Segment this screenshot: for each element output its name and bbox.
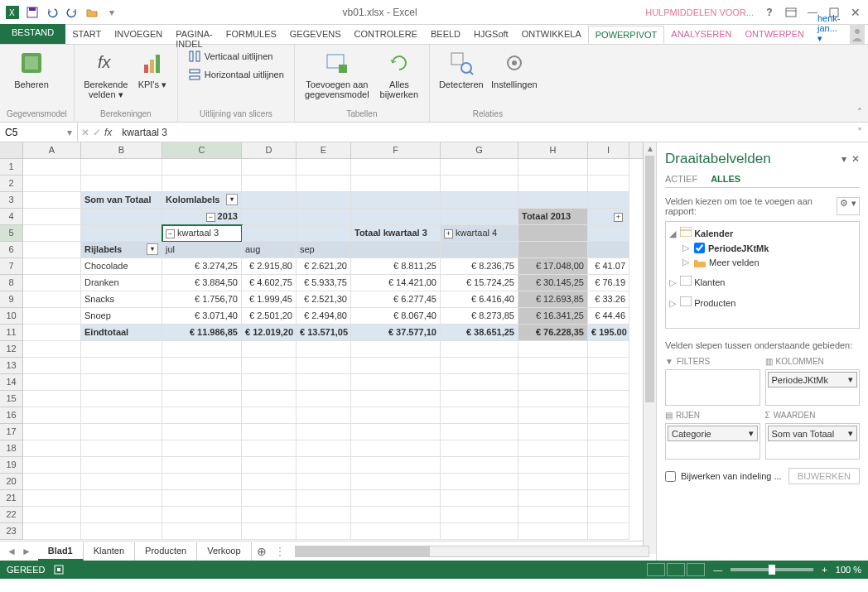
cell[interactable]: [297, 407, 351, 424]
cell[interactable]: [162, 507, 242, 523]
cell[interactable]: Dranken: [81, 275, 162, 291]
redo-icon[interactable]: [63, 3, 81, 22]
user-avatar-icon[interactable]: [850, 24, 865, 44]
cell[interactable]: [518, 457, 588, 474]
cell[interactable]: [297, 374, 351, 391]
name-box[interactable]: ▾: [0, 123, 78, 142]
help-icon[interactable]: ?: [760, 3, 779, 22]
normal-view-icon[interactable]: [647, 563, 665, 576]
cell[interactable]: [351, 242, 441, 258]
cell[interactable]: aug: [242, 242, 297, 258]
column-header-A[interactable]: A: [23, 142, 81, 158]
cell[interactable]: [297, 391, 351, 407]
cell[interactable]: [162, 407, 242, 424]
cell[interactable]: [242, 457, 297, 474]
cell[interactable]: [351, 341, 441, 358]
cell[interactable]: Totaal 2013: [518, 209, 588, 225]
taskpane-layout-gear-icon[interactable]: ⚙ ▾: [837, 197, 860, 215]
row-header[interactable]: 1: [0, 159, 23, 176]
row-header[interactable]: 8: [0, 275, 23, 291]
row-header[interactable]: 3: [0, 192, 23, 209]
sheet-tab-verkoop[interactable]: Verkoop: [197, 542, 251, 561]
cell[interactable]: [441, 474, 518, 490]
field-periode-checkbox[interactable]: [694, 243, 705, 253]
cell[interactable]: [162, 391, 242, 407]
tab-beeld[interactable]: BEELD: [424, 26, 467, 44]
cell[interactable]: [441, 176, 518, 192]
cell[interactable]: [23, 424, 81, 440]
cell[interactable]: [518, 242, 588, 258]
horizontaal-uitlijnen-button[interactable]: Horizontaal uitlijnen: [185, 66, 287, 83]
cell[interactable]: [518, 391, 588, 407]
cell[interactable]: € 1.999,45: [242, 291, 297, 308]
cell[interactable]: [441, 192, 518, 209]
row-header[interactable]: 6: [0, 242, 23, 258]
cell[interactable]: [23, 325, 81, 341]
cell[interactable]: [297, 474, 351, 490]
cell[interactable]: € 37.577,10: [351, 325, 441, 341]
cell[interactable]: [23, 275, 81, 291]
beheren-button[interactable]: Beheren: [7, 48, 56, 89]
add-sheet-button[interactable]: ⊕: [252, 545, 272, 558]
row-header[interactable]: 19: [0, 457, 23, 474]
cell[interactable]: [588, 242, 629, 258]
cell[interactable]: [242, 374, 297, 391]
cell[interactable]: [441, 507, 518, 523]
cell[interactable]: [242, 176, 297, 192]
cell[interactable]: [81, 225, 162, 242]
sheet-tab-klanten[interactable]: Klanten: [84, 542, 135, 561]
area-rijen-box[interactable]: Categorie▾: [665, 423, 760, 460]
cell[interactable]: [588, 358, 629, 374]
row-header[interactable]: 20: [0, 474, 23, 490]
cell[interactable]: € 2.915,80: [242, 258, 297, 275]
cell[interactable]: [162, 358, 242, 374]
cell[interactable]: [588, 523, 629, 540]
cell[interactable]: € 41.07: [588, 258, 629, 275]
field-list[interactable]: ◢ Kalender ▷ PeriodeJKtMk ▷ Meer velden …: [665, 221, 860, 329]
cell[interactable]: [441, 440, 518, 457]
cell[interactable]: [81, 209, 162, 225]
cell[interactable]: [81, 341, 162, 358]
selected-cell[interactable]: −kwartaal 3: [162, 225, 242, 242]
cell[interactable]: [242, 341, 297, 358]
cell[interactable]: [588, 225, 629, 242]
tab-powerpivot[interactable]: POWERPIVOT: [588, 26, 665, 44]
cell[interactable]: [518, 474, 588, 490]
rijen-item-categorie[interactable]: Categorie▾: [668, 426, 758, 441]
zoom-level[interactable]: 100 %: [836, 565, 861, 575]
cell[interactable]: [588, 391, 629, 407]
cell[interactable]: [242, 225, 297, 242]
cell[interactable]: € 76.19: [588, 275, 629, 291]
taskpane-dropdown-icon[interactable]: ▾: [841, 153, 846, 165]
expand-klanten-icon[interactable]: ▷: [669, 277, 678, 288]
cell[interactable]: [588, 374, 629, 391]
cell[interactable]: [23, 291, 81, 308]
alles-bijwerken-button[interactable]: Alles bijwerken: [376, 48, 422, 99]
cell[interactable]: [23, 176, 81, 192]
horizontal-scrollbar[interactable]: [295, 546, 649, 557]
cell[interactable]: [242, 159, 297, 176]
cell[interactable]: € 76.228,35: [518, 325, 588, 341]
row-header[interactable]: 9: [0, 291, 23, 308]
cell[interactable]: [297, 159, 351, 176]
row-header[interactable]: 16: [0, 407, 23, 424]
cell[interactable]: [351, 440, 441, 457]
cell[interactable]: [441, 407, 518, 424]
cell[interactable]: [351, 424, 441, 440]
cell[interactable]: [588, 490, 629, 507]
column-header-H[interactable]: H: [518, 142, 588, 158]
cell[interactable]: [297, 424, 351, 440]
tab-start[interactable]: START: [65, 26, 108, 44]
cell[interactable]: [518, 341, 588, 358]
cell[interactable]: [351, 490, 441, 507]
cell[interactable]: € 3.274,25: [162, 258, 242, 275]
tab-hjgsoft[interactable]: HJGSoft: [467, 26, 515, 44]
cell[interactable]: € 12.019,20: [242, 325, 297, 341]
kpi-button[interactable]: KPI's ▾: [134, 48, 171, 90]
cell[interactable]: € 8.236,75: [441, 258, 518, 275]
cell[interactable]: [297, 192, 351, 209]
cell[interactable]: [162, 424, 242, 440]
cell[interactable]: Chocolade: [81, 258, 162, 275]
cell[interactable]: [441, 209, 518, 225]
row-header[interactable]: 4: [0, 209, 23, 225]
